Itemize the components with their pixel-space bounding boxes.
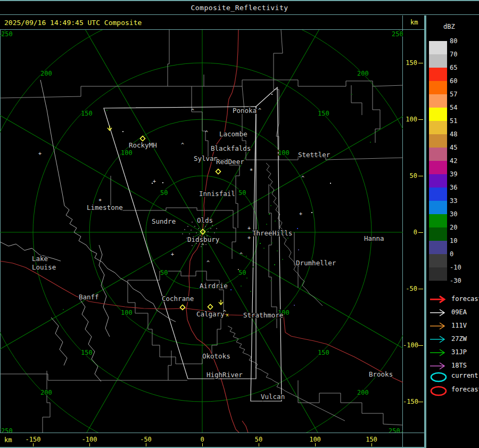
site-diamond-icon [216,169,220,174]
echo-dot [266,224,267,225]
dbz-scale-label: 70 [450,51,471,58]
dbz-swatch [429,267,447,281]
arrow-icon [429,295,450,307]
bottom-axis-tick [315,443,316,446]
legend-label: 31JP [451,348,467,356]
town-caret-icon: ^ [201,243,204,249]
range-ring-label: 200 [357,389,369,396]
city-label: RockyMH [129,141,157,149]
timestamp-label: 2025/09/16 14:49:45 UTC Composite [4,19,142,27]
town-star-icon: * [250,167,253,174]
dbz-scale-label: 60 [450,77,471,85]
dbz-swatch [429,41,447,54]
echo-dot [297,228,298,229]
town-dot-icon [162,182,163,183]
right-axis-label: 150 [403,59,417,67]
dbz-scale-label: 51 [450,117,471,125]
bottom-axis-label: 100 [304,436,326,443]
range-ring-label: 200 [357,70,369,77]
arrow-icon [429,348,450,361]
echo-dot [250,291,251,292]
echo-dot [246,278,247,279]
legend-label: 09EA [451,308,467,316]
dbz-scale-label: 57 [450,91,471,98]
clutter-dot [198,228,199,229]
city-label: Blackfalds [211,144,251,152]
dbz-scale-label: 45 [450,144,471,151]
dbz-swatch [429,227,447,241]
dbz-scale-label: 39 [450,170,471,178]
city-label: Louise [32,263,56,271]
town-plus-icon: + [247,225,251,231]
town-caret-icon: ^ [191,108,194,114]
range-ring-label: 50 [160,269,168,276]
echo-dot [106,110,108,111]
bottom-axis-tick [33,443,34,446]
right-axis-tick [418,232,423,233]
range-ring-label: 150 [81,349,93,356]
radar-viewer-window: Composite_Reflectivity 2025/09/16 14:49:… [0,0,479,448]
range-ring-label: 250 [1,427,13,433]
legend-row: 27ZW [426,335,479,347]
clutter-dot [191,230,192,231]
echo-dot [277,250,278,251]
legend-label: forecast [451,295,479,303]
bottom-axis-label: -100 [79,436,100,443]
city-label: Olds [197,216,213,224]
echo-dot [269,214,270,215]
dbz-swatch [429,174,447,188]
dbz-swatch [429,254,447,267]
range-ring-label: 50 [238,269,246,276]
right-axis-label: -150 [403,398,417,405]
bottom-axis-label: 0 [192,436,213,443]
city-label: Brooks [369,370,393,378]
arrow-icon [429,308,450,321]
clutter-dot [205,244,207,245]
dbz-scale-label: 20 [450,224,471,231]
range-ring-label: 200 [40,389,52,396]
dbz-swatch [429,81,447,94]
echo-dot [230,289,232,290]
town-caret-icon: ^ [301,175,304,181]
clutter-dot [192,222,193,223]
legend-label: 27ZW [451,335,467,343]
bottom-axis-tick [202,443,203,446]
legend-row: 09EA [426,308,479,321]
ellipse-icon [429,385,450,398]
town-plus-icon: + [171,251,174,257]
right-axis-label: 0 [403,229,417,236]
range-ring-label: 250 [392,30,403,38]
dbz-swatch [429,241,447,254]
right-axis-tick [418,119,423,120]
echo-dot [270,205,271,206]
echo-dot [351,94,352,95]
right-axis-label: 50 [403,172,417,180]
right-axis-tick [418,402,423,402]
city-label: Limestone [87,203,123,211]
radar-map[interactable]: x^^^^^^^^^++++++** 250200150100505010015… [0,30,403,433]
town-caret-icon: ^ [181,142,184,148]
site-diamond-icon [208,304,212,309]
right-axis-label: 100 [403,116,417,123]
legend-row: forecast [426,295,479,307]
clutter-dot [184,229,185,230]
town-caret-icon: ^ [205,130,208,136]
title-bar: Composite_Reflectivity [0,1,479,14]
city-label: Strathmore [243,311,283,319]
city-label: Sylvan [194,154,218,162]
town-plus-icon: + [153,178,156,184]
clutter-dot [187,226,188,227]
dbz-legend-panel: dBZ 807065605754514845423936333020100-10… [426,15,479,448]
city-label: Didsbury [187,235,220,243]
park-boundaries [0,80,176,381]
dbz-swatch [429,134,447,148]
range-ring-label: 250 [1,30,13,38]
dbz-swatch [429,121,447,134]
clutter-dot [182,233,183,234]
map-markers: x^^^^^^^^^++++++** [38,94,331,317]
ellipse-icon [429,371,450,384]
right-axis: 150100500-50-100-150 [403,30,424,433]
right-axis-tick [418,176,423,176]
town-plus-icon: + [299,211,302,217]
dbz-swatch [429,161,447,174]
